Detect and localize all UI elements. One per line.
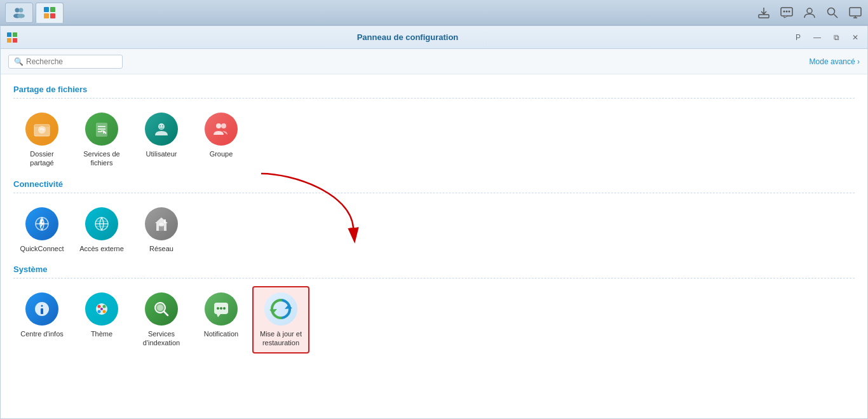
svg-point-13 [807,8,812,13]
theme-label: Thème [91,329,112,338]
group-label: Groupe [210,149,233,158]
section-title-file-sharing: Partage de fichiers [13,85,855,94]
item-update-restore[interactable]: Mise à jour etrestauration [252,286,309,354]
svg-point-11 [786,10,788,12]
item-theme[interactable]: Thème [73,286,130,354]
item-group[interactable]: Groupe [193,106,250,174]
external-access-label: Accès externe [79,244,124,253]
search-icon-small: 🔍 [14,57,24,66]
item-external-access[interactable]: Accès externe [73,201,130,259]
group-icon-circle [205,113,238,146]
svg-point-62 [220,307,222,310]
shared-folder-label: Dossierpartagé [30,149,53,168]
svg-rect-22 [13,38,17,43]
svg-point-0 [15,8,20,12]
svg-point-53 [98,310,101,313]
svg-rect-21 [7,38,11,43]
window-title: Panneau de configuration [24,32,792,42]
chat-icon[interactable] [779,5,794,20]
item-shared-folder[interactable]: Dossierpartagé [13,106,71,174]
network-label: Réseau [149,244,173,253]
svg-point-61 [217,307,219,310]
divider-connectivity [13,193,855,193]
svg-point-1 [19,8,24,12]
taskbar [0,0,868,25]
toolbar: 🔍 Mode avancé › [1,49,867,74]
svg-point-3 [17,13,25,18]
info-center-icon [25,292,58,326]
advanced-mode-link[interactable]: Mode avancé › [810,57,860,66]
search-icon[interactable] [825,5,840,20]
control-panel-window: Panneau de configuration P — ⧉ ✕ 🔍 Mode … [0,25,868,419]
item-network[interactable]: Réseau [133,201,190,259]
svg-rect-49 [41,308,43,314]
svg-point-32 [159,125,161,127]
svg-rect-27 [96,123,107,137]
taskbar-tab-1[interactable] [5,3,33,23]
search-input[interactable] [26,57,115,66]
svg-rect-20 [13,32,17,37]
svg-point-26 [38,126,46,134]
svg-rect-4 [44,7,49,12]
svg-point-54 [103,310,106,313]
theme-icon [85,292,118,326]
pin-button[interactable]: P [792,32,804,43]
search-box[interactable]: 🔍 [8,55,123,69]
svg-marker-64 [285,305,292,309]
notification-label: Notification [204,329,238,338]
svg-point-48 [41,305,43,306]
svg-rect-7 [50,13,55,18]
info-center-label: Centre d'infos [20,329,64,338]
svg-point-10 [783,10,785,12]
svg-rect-44 [164,219,166,223]
svg-marker-65 [269,309,277,313]
control-panel-tab-icon [43,6,57,20]
svg-rect-19 [7,32,11,37]
item-info-center[interactable]: Centre d'infos [13,286,71,354]
update-restore-icon [264,292,297,326]
window-controls: P — ⧉ ✕ [792,32,862,43]
item-file-services[interactable]: Services defichiers [73,106,130,174]
svg-marker-60 [217,314,220,317]
section-title-system: Système [13,264,855,274]
close-button[interactable]: ✕ [848,32,862,43]
people-icon [12,6,26,20]
window-titlebar: Panneau de configuration P — ⧉ ✕ [1,26,867,49]
svg-rect-8 [759,15,769,18]
svg-point-63 [223,307,226,310]
svg-point-58 [157,305,163,311]
item-notification[interactable]: Notification [193,286,250,354]
upload-icon[interactable] [756,5,771,20]
index-services-label: Servicesd'indexation [143,329,180,348]
svg-line-57 [164,312,168,315]
item-quickconnect[interactable]: QuickConnect [13,201,71,259]
svg-rect-5 [50,7,55,12]
quickconnect-icon [25,207,58,240]
content-wrapper: Partage de fichiers [13,85,855,354]
item-user[interactable]: Utilisateur [133,106,190,174]
minimize-button[interactable]: — [810,32,825,43]
network-icon [145,207,178,240]
svg-rect-6 [44,13,49,18]
user-icon[interactable] [802,5,817,20]
notification-icon [205,292,238,326]
divider-file-sharing [13,98,855,99]
window-app-icon [6,31,18,44]
svg-point-51 [98,305,101,308]
svg-point-35 [221,123,226,128]
svg-point-33 [162,125,163,127]
restore-button[interactable]: ⧉ [830,32,843,43]
shared-folder-icon [25,113,58,146]
file-services-icon [85,113,118,146]
update-restore-label: Mise à jour etrestauration [260,329,302,348]
taskbar-tab-2[interactable] [36,3,64,23]
svg-point-52 [103,305,106,308]
connectivity-grid: QuickConnect Accès extern [13,201,855,259]
user-label: Utilisateur [146,149,177,158]
item-index-services[interactable]: Servicesd'indexation [133,286,190,354]
taskbar-right [756,5,863,20]
system-grid: Centre d'infos [13,286,855,354]
file-services-label: Services defichiers [83,149,119,168]
screen-icon[interactable] [848,5,863,20]
svg-point-14 [828,8,835,15]
